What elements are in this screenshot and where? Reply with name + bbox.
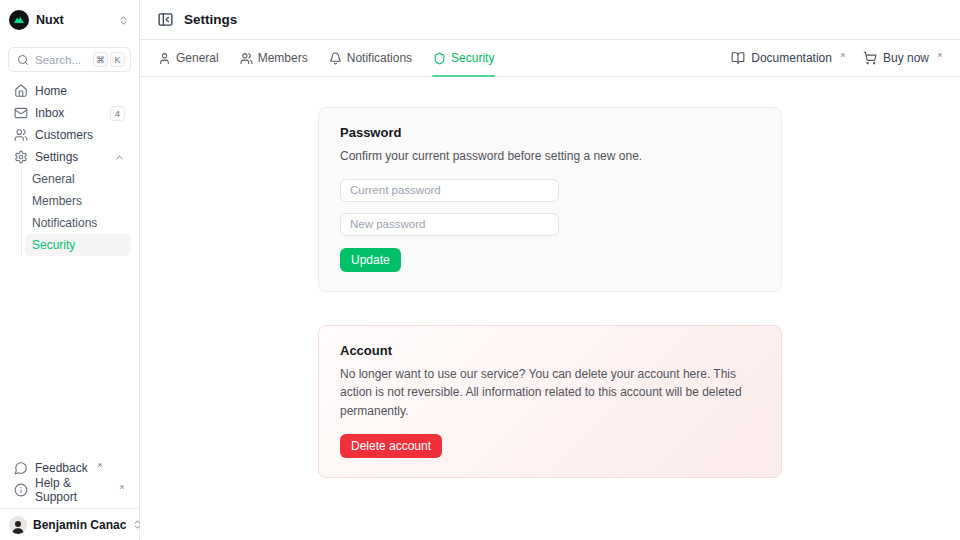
new-password-field[interactable] bbox=[340, 213, 559, 236]
toolbar-label: Buy now bbox=[883, 51, 929, 65]
page-header: Settings bbox=[140, 0, 960, 40]
external-link-icon bbox=[839, 52, 846, 59]
users-icon bbox=[240, 52, 253, 65]
sidebar-item-label: Settings bbox=[35, 150, 78, 164]
password-card: Password Confirm your current password b… bbox=[318, 107, 782, 292]
search-icon bbox=[17, 54, 29, 66]
sidebar-item-settings-security[interactable]: Security bbox=[25, 234, 131, 256]
tab-security[interactable]: Security bbox=[432, 40, 495, 76]
search-placeholder: Search... bbox=[35, 54, 87, 66]
bell-icon bbox=[329, 52, 342, 65]
sidebar-item-settings[interactable]: Settings bbox=[8, 146, 131, 168]
team-switcher[interactable]: Nuxt bbox=[0, 0, 139, 40]
documentation-link[interactable]: Documentation bbox=[731, 51, 846, 65]
delete-account-button[interactable]: Delete account bbox=[340, 434, 442, 458]
account-card: Account No longer want to use our servic… bbox=[318, 325, 782, 479]
home-icon bbox=[14, 84, 28, 98]
user-icon bbox=[158, 52, 171, 65]
sidebar-item-settings-notifications[interactable]: Notifications bbox=[25, 212, 131, 234]
external-link-icon bbox=[96, 462, 103, 469]
sidebar-item-label: Customers bbox=[35, 128, 93, 142]
tab-label: Notifications bbox=[347, 51, 412, 65]
book-open-icon bbox=[731, 51, 745, 65]
help-support-link[interactable]: Help & Support bbox=[8, 479, 131, 501]
sidebar-collapse-icon[interactable] bbox=[157, 11, 174, 28]
inbox-count-badge: 4 bbox=[110, 106, 125, 121]
sidebar-item-label: Home bbox=[35, 84, 67, 98]
main-panel: Settings General Members Notifications bbox=[140, 0, 960, 540]
sidebar-item-inbox[interactable]: Inbox 4 bbox=[8, 102, 131, 124]
chevron-up-icon bbox=[114, 152, 125, 163]
tab-notifications[interactable]: Notifications bbox=[328, 40, 413, 76]
footer-links: Feedback Help & Support bbox=[0, 457, 139, 508]
settings-tabbar: General Members Notifications Security bbox=[140, 40, 960, 77]
team-name: Nuxt bbox=[36, 13, 64, 27]
external-link-icon bbox=[936, 52, 943, 59]
tab-label: Members bbox=[258, 51, 308, 65]
sidebar-item-label: Inbox bbox=[35, 106, 64, 120]
password-card-description: Confirm your current password before set… bbox=[340, 147, 760, 166]
user-name: Benjamin Canac bbox=[33, 518, 126, 532]
gear-icon bbox=[14, 150, 28, 164]
tab-members[interactable]: Members bbox=[239, 40, 309, 76]
settings-sub-list: General Members Notifications Security bbox=[21, 168, 131, 256]
sidebar-item-customers[interactable]: Customers bbox=[8, 124, 131, 146]
footer-link-label: Feedback bbox=[35, 461, 88, 475]
shopping-cart-icon bbox=[863, 51, 877, 65]
search-input[interactable]: Search... ⌘ K bbox=[8, 47, 131, 72]
toolbar-label: Documentation bbox=[751, 51, 832, 65]
chevrons-up-down-icon bbox=[118, 15, 129, 26]
current-password-field[interactable] bbox=[340, 179, 559, 202]
account-card-description: No longer want to use our service? You c… bbox=[340, 365, 760, 421]
sidebar-item-home[interactable]: Home bbox=[8, 80, 131, 102]
tab-label: General bbox=[176, 51, 219, 65]
external-link-icon bbox=[118, 484, 125, 491]
tab-general[interactable]: General bbox=[157, 40, 220, 76]
password-card-title: Password bbox=[340, 125, 760, 140]
settings-security-content: Password Confirm your current password b… bbox=[140, 77, 960, 540]
user-menu[interactable]: Benjamin Canac bbox=[0, 508, 139, 540]
sidebar-item-settings-members[interactable]: Members bbox=[25, 190, 131, 212]
sidebar-subitem-label: Members bbox=[32, 194, 82, 208]
message-circle-icon bbox=[14, 461, 28, 475]
info-icon bbox=[14, 483, 28, 497]
kbd-meta: ⌘ bbox=[93, 52, 108, 67]
customers-icon bbox=[14, 128, 28, 142]
sidebar-footer: Feedback Help & Support bbox=[0, 457, 139, 540]
update-button[interactable]: Update bbox=[340, 248, 401, 272]
buy-now-link[interactable]: Buy now bbox=[863, 51, 943, 65]
sidebar-nav: Home Inbox 4 Customers Settings bbox=[0, 78, 139, 258]
footer-link-label: Help & Support bbox=[35, 476, 110, 504]
account-card-title: Account bbox=[340, 343, 760, 358]
tabbar-toolbar: Documentation Buy now bbox=[731, 51, 943, 65]
inbox-icon bbox=[14, 106, 28, 120]
sidebar-subitem-label: General bbox=[32, 172, 75, 186]
avatar bbox=[9, 516, 27, 534]
app-window: Nuxt Search... ⌘ K Home bbox=[0, 0, 960, 540]
sidebar-item-settings-general[interactable]: General bbox=[25, 168, 131, 190]
shield-icon bbox=[433, 52, 446, 65]
search-kbd-group: ⌘ K bbox=[93, 52, 125, 67]
page-title: Settings bbox=[184, 12, 237, 27]
sidebar: Nuxt Search... ⌘ K Home bbox=[0, 0, 140, 540]
kbd-k: K bbox=[110, 52, 125, 67]
nuxt-logo-icon bbox=[9, 10, 29, 30]
tab-label: Security bbox=[451, 51, 494, 65]
sidebar-subitem-label: Security bbox=[32, 238, 75, 252]
sidebar-subitem-label: Notifications bbox=[32, 216, 97, 230]
